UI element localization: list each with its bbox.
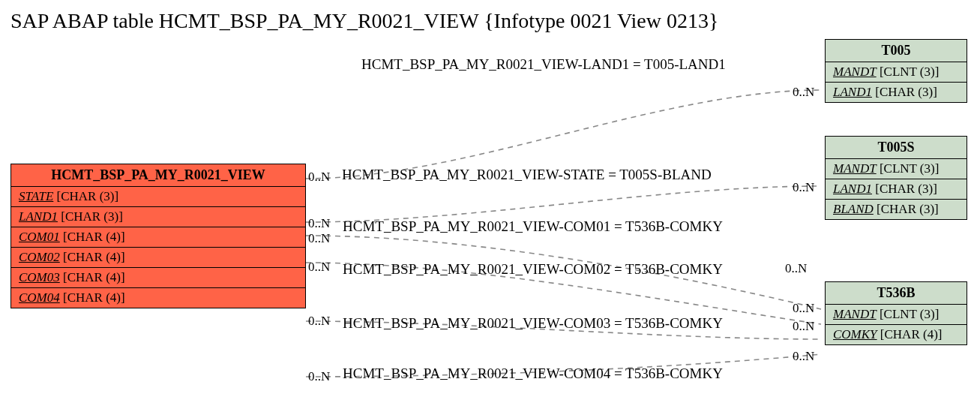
entity-main: HCMT_BSP_PA_MY_R0021_VIEW STATE [CHAR (3… [10, 164, 306, 308]
relation-label: HCMT_BSP_PA_MY_R0021_VIEW-COM01 = T536B-… [343, 218, 723, 235]
cardinality-label: 0..N [308, 216, 330, 231]
entity-t005s-header: T005S [826, 137, 967, 159]
page-title: SAP ABAP table HCMT_BSP_PA_MY_R0021_VIEW… [10, 9, 718, 33]
entity-main-header: HCMT_BSP_PA_MY_R0021_VIEW [11, 164, 305, 187]
table-row: BLAND [CHAR (3)] [826, 200, 967, 219]
table-row: LAND1 [CHAR (3)] [11, 207, 305, 227]
cardinality-label: 0..N [793, 180, 814, 195]
relation-label: HCMT_BSP_PA_MY_R0021_VIEW-LAND1 = T005-L… [361, 56, 726, 73]
cardinality-label: 0..N [793, 85, 814, 100]
table-row: STATE [CHAR (3)] [11, 187, 305, 207]
cardinality-label: 0..N [308, 170, 330, 185]
relation-label: HCMT_BSP_PA_MY_R0021_VIEW-COM04 = T536B-… [343, 365, 723, 382]
cardinality-label: 0..N [793, 301, 814, 316]
entity-t005: T005 MANDT [CLNT (3)] LAND1 [CHAR (3)] [825, 39, 967, 103]
table-row: COM03 [CHAR (4)] [11, 268, 305, 288]
cardinality-label: 0..N [793, 319, 814, 334]
table-row: COM04 [CHAR (4)] [11, 288, 305, 308]
table-row: COMKY [CHAR (4)] [826, 325, 967, 344]
entity-t005s: T005S MANDT [CLNT (3)] LAND1 [CHAR (3)] … [825, 136, 967, 220]
cardinality-label: 0..N [308, 260, 330, 275]
table-row: MANDT [CLNT (3)] [826, 305, 967, 325]
cardinality-label: 0..N [308, 369, 330, 384]
entity-t536b: T536B MANDT [CLNT (3)] COMKY [CHAR (4)] [825, 281, 967, 345]
cardinality-label: 0..N [793, 349, 814, 364]
table-row: COM02 [CHAR (4)] [11, 248, 305, 268]
cardinality-label: 0..N [308, 231, 330, 246]
table-row: MANDT [CLNT (3)] [826, 62, 967, 83]
table-row: MANDT [CLNT (3)] [826, 159, 967, 179]
table-row: LAND1 [CHAR (3)] [826, 83, 967, 102]
table-row: LAND1 [CHAR (3)] [826, 179, 967, 200]
relation-label: HCMT_BSP_PA_MY_R0021_VIEW-COM03 = T536B-… [343, 315, 723, 332]
table-row: COM01 [CHAR (4)] [11, 227, 305, 248]
entity-t005-header: T005 [826, 40, 967, 62]
cardinality-label: 0..N [785, 261, 807, 276]
relation-label: HCMT_BSP_PA_MY_R0021_VIEW-COM02 = T536B-… [343, 261, 723, 278]
cardinality-label: 0..N [308, 314, 330, 329]
entity-t536b-header: T536B [826, 282, 967, 305]
relation-label: HCMT_BSP_PA_MY_R0021_VIEW-STATE = T005S-… [342, 167, 712, 183]
